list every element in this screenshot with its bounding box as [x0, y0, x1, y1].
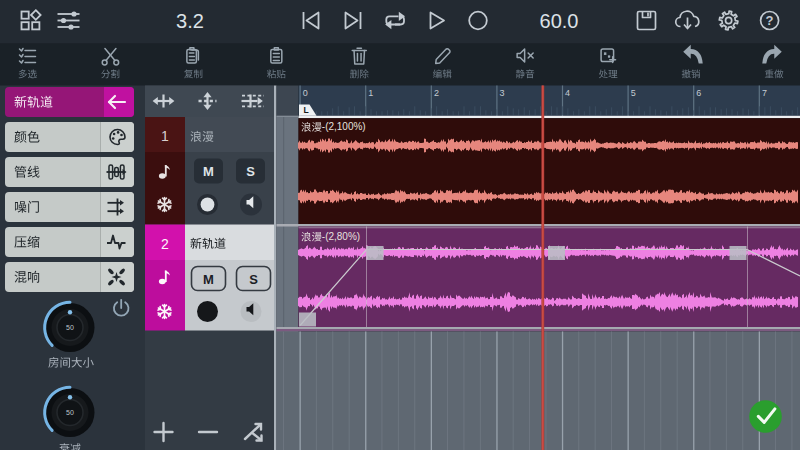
svg-text:M: M [203, 272, 214, 287]
svg-text:L: L [303, 105, 308, 115]
svg-text:1: 1 [161, 128, 169, 144]
svg-text:3: 3 [500, 88, 505, 98]
svg-text:-(2,100%): -(2,100%) [322, 121, 366, 132]
svg-text:2: 2 [161, 236, 169, 252]
svg-text:S: S [249, 272, 258, 287]
svg-text:-(2,80%): -(2,80%) [322, 231, 360, 242]
svg-text:2: 2 [434, 88, 439, 98]
svg-text:3.2: 3.2 [176, 10, 204, 32]
svg-text:4: 4 [565, 88, 570, 98]
svg-text:60.0: 60.0 [540, 10, 579, 32]
svg-text:5: 5 [631, 88, 636, 98]
svg-text:50: 50 [66, 324, 74, 331]
svg-text:50: 50 [66, 409, 74, 416]
svg-text:?: ? [766, 13, 774, 28]
svg-text:0: 0 [303, 88, 308, 98]
svg-text:1: 1 [368, 88, 373, 98]
svg-text:7: 7 [762, 88, 767, 98]
svg-text:S: S [246, 164, 255, 179]
svg-text:6: 6 [696, 88, 701, 98]
svg-text:M: M [203, 164, 214, 179]
